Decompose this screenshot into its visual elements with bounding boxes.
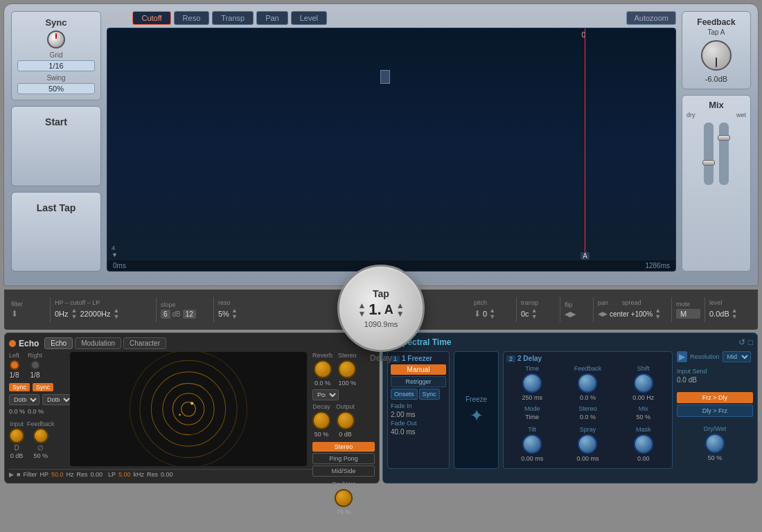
spread-arrows[interactable]: ▲▼ <box>655 308 661 320</box>
download-icon[interactable]: ⬇ <box>11 309 18 319</box>
pan-value[interactable]: center <box>610 310 629 318</box>
left-value[interactable]: 1/8 <box>10 371 19 379</box>
hz-low-value[interactable]: 0Hz <box>55 310 69 318</box>
echo-tab-echo[interactable]: Echo <box>44 337 73 349</box>
spray-knob[interactable] <box>578 434 597 454</box>
tab-level[interactable]: Level <box>291 11 327 25</box>
spectral-icon-1[interactable]: ↺ <box>738 337 745 347</box>
delay-mode-value[interactable]: Time <box>525 414 539 420</box>
right-value[interactable]: 1/8 <box>30 371 40 379</box>
mask-knob[interactable] <box>634 434 653 454</box>
delay-time-knob[interactable] <box>522 373 542 393</box>
decay-knob[interactable] <box>312 411 330 429</box>
fb-value[interactable]: 50 % <box>34 452 48 459</box>
level-value[interactable]: 0.0dB <box>709 310 729 318</box>
input-knob[interactable] <box>9 428 24 443</box>
tap-circle[interactable]: Tap ▲▼ 1. A ▲▼ 1090.9ms <box>337 265 425 352</box>
svg-point-6 <box>190 402 193 405</box>
delay-stereo-value[interactable]: 0.0 % <box>580 414 596 420</box>
dry-slider[interactable] <box>704 123 714 185</box>
grid-value[interactable]: 1/16 <box>17 60 95 71</box>
echo-tab-character[interactable]: Character <box>123 337 166 349</box>
post-select[interactable]: Post <box>312 389 339 400</box>
pan-spread-section: pan spread ◀▶ center +100% ▲▼ <box>598 299 667 320</box>
dotted-left-select[interactable]: Dotted▾ <box>9 394 39 405</box>
sync-button-spectral[interactable]: Sync <box>419 389 440 400</box>
dly-frz-button[interactable]: Dly > Frz <box>677 405 753 417</box>
frz-dly-button[interactable]: Frz > Dly <box>677 392 753 403</box>
delay-mix-col: Mix 50 % <box>618 405 669 420</box>
spectral-icon-2[interactable]: □ <box>748 337 753 347</box>
hz-high-arrows[interactable]: ▲▼ <box>114 308 120 320</box>
hz-high-value[interactable]: 22000Hz <box>80 310 110 318</box>
tap-arrows-left[interactable]: ▲▼ <box>357 301 366 318</box>
stereo-mode-btn[interactable]: Stereo <box>312 442 375 452</box>
tab-reso[interactable]: Reso <box>174 11 210 25</box>
mute-button[interactable]: M <box>676 309 700 319</box>
transp-value[interactable]: 0c <box>521 310 529 318</box>
wet-slider[interactable] <box>719 123 729 185</box>
time-end: 1286ms <box>645 262 670 269</box>
download-icon-2[interactable]: ⬇ <box>474 309 481 319</box>
tap-arrows-right[interactable]: ▲▼ <box>396 301 405 318</box>
spread-value[interactable]: +100% <box>631 310 653 318</box>
tab-transp[interactable]: Transp <box>212 11 254 25</box>
start-button[interactable]: Start <box>11 106 101 186</box>
ping-pong-btn[interactable]: Ping Pong <box>312 453 375 464</box>
level-arrows[interactable]: ▲▼ <box>732 308 738 320</box>
dotted-right-select[interactable]: Dotted▾ <box>42 394 73 405</box>
autozoom-button[interactable]: Autozoom <box>626 11 676 25</box>
dry-label: dry <box>686 112 695 118</box>
retrigger-button[interactable]: Retrigger <box>391 376 446 387</box>
filter-hp-value[interactable]: 50.0 <box>51 471 64 478</box>
play-icon-spectral[interactable]: ▶ <box>677 351 687 362</box>
reso-value[interactable]: 5% <box>218 310 229 318</box>
pan-arrows[interactable]: ◀▶ <box>598 310 608 317</box>
freeze-star[interactable]: ✦ <box>470 406 484 425</box>
hz-arrows[interactable]: ▲▼ <box>71 308 78 320</box>
manual-button[interactable]: Manual <box>391 364 446 375</box>
reverb-knob[interactable] <box>314 360 332 378</box>
delay-mix-value[interactable]: 50 % <box>637 414 651 420</box>
last-tap-button[interactable]: Last Tap <box>11 192 101 272</box>
delay-shift-knob[interactable] <box>634 373 653 393</box>
pitch-arrows[interactable]: ▲▼ <box>489 308 495 320</box>
phase-icon[interactable]: ∅ <box>37 444 44 452</box>
tab-pan[interactable]: Pan <box>256 11 288 25</box>
reso-arrows[interactable]: ▲▼ <box>231 308 238 320</box>
sync-knob[interactable] <box>47 30 65 48</box>
left-sync-dot[interactable] <box>10 360 19 370</box>
echo-tab-modulation[interactable]: Modulation <box>75 337 121 349</box>
onsets-button[interactable]: Onsets <box>391 389 418 400</box>
feedback-knob[interactable] <box>701 40 732 71</box>
wet-label: wet <box>736 112 746 118</box>
input-down-icon[interactable]: D <box>14 444 19 452</box>
transp-arrows[interactable]: ▲▼ <box>531 308 538 320</box>
right-knob[interactable] <box>30 360 40 370</box>
dry-wet-knob[interactable] <box>335 489 353 507</box>
input-value[interactable]: 0 dB <box>10 452 24 459</box>
slope-label: slope <box>161 301 209 308</box>
output-knob[interactable] <box>337 411 355 429</box>
swing-value[interactable]: 50% <box>17 83 95 94</box>
sync-box: Sync Grid 1/16 Swing 50% <box>11 11 101 100</box>
spread-label: spread <box>622 299 641 306</box>
flip-arrows[interactable]: ◀▶ <box>565 310 576 319</box>
tilt-knob[interactable] <box>522 434 542 454</box>
tab-cutoff[interactable]: Cutoff <box>132 11 170 25</box>
play-icon[interactable]: ▶ <box>9 471 14 478</box>
mid-side-btn[interactable]: Mid/Side <box>312 466 375 477</box>
delay-fb-knob[interactable] <box>578 373 597 393</box>
sync-btn-left[interactable]: Sync <box>9 383 30 391</box>
fade-out-value[interactable]: 40.0 ms <box>391 428 446 436</box>
pitch-value[interactable]: 0 <box>483 310 487 318</box>
spectral-dw-knob[interactable] <box>705 434 725 453</box>
input-send-value[interactable]: 0.0 dB <box>677 376 753 384</box>
resolution-select[interactable]: Mid <box>723 351 751 362</box>
red-line <box>585 28 585 256</box>
main-display[interactable]: 0 0ms 4▼ 1286ms A <box>107 28 676 272</box>
sync-btn-right[interactable]: Sync <box>33 383 53 391</box>
filter-lp-value[interactable]: 5.00 <box>118 471 131 478</box>
fb-knob[interactable] <box>33 428 48 443</box>
fade-in-value[interactable]: 2.00 ms <box>391 411 446 418</box>
